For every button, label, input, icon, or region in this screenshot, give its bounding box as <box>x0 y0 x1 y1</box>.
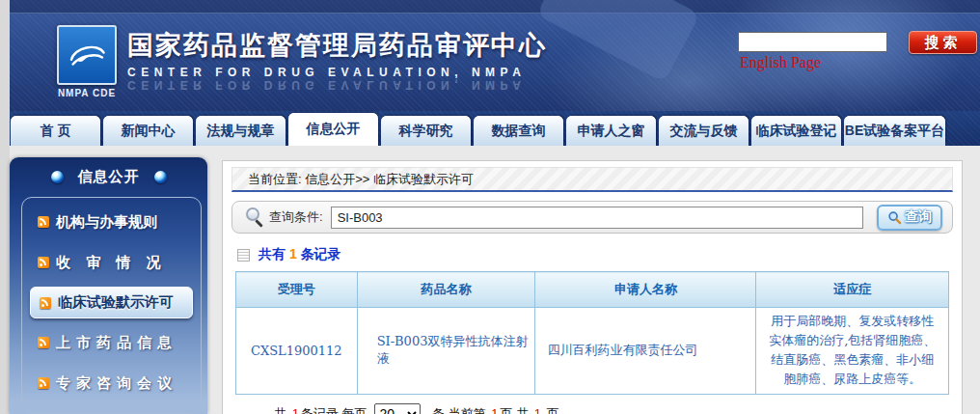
tab-applicant-window[interactable]: 申请人之窗 <box>566 116 656 146</box>
header-search-input[interactable] <box>738 32 887 52</box>
tab-news-center[interactable]: 新闻中心 <box>103 116 193 146</box>
cell-acceptance-no: CXSL1900112 <box>236 308 358 395</box>
rss-icon <box>38 337 49 348</box>
cell-indication: 用于局部晚期、复发或转移性实体瘤的治疗,包括肾细胞癌、结直肠癌、黑色素瘤、非小细… <box>756 308 949 395</box>
sidebar-item-acceptance-status[interactable]: 收 审 情 况 <box>22 242 201 283</box>
swoosh-icon <box>64 32 110 78</box>
query-input[interactable] <box>331 207 863 229</box>
sidebar-item-label: 收 审 情 况 <box>56 254 167 272</box>
site-subtitle: CENTER FOR DRUG EVALUATION, NMPA <box>127 66 547 79</box>
pager-text: 页 <box>543 405 559 414</box>
query-label: 查询条件: <box>269 208 323 226</box>
col-header-drug-name: 药品名称 <box>357 272 535 308</box>
sidebar-item-org-rules[interactable]: 机构与办事规则 <box>22 202 201 242</box>
english-page-link[interactable]: English Page <box>740 54 821 71</box>
page-size-select[interactable]: 20 <box>374 403 421 414</box>
records-summary: 共有 1 条记录 <box>237 246 953 263</box>
col-header-acceptance-no: 受理号 <box>236 272 358 308</box>
tab-data-query[interactable]: 数据查询 <box>474 116 563 146</box>
tab-home[interactable]: 首 页 <box>11 116 100 146</box>
breadcrumb: 当前位置: 信息公开>> 临床试验默示许可 <box>231 167 953 192</box>
sidebar-menu-panel: 机构与办事规则 收 审 情 况 临床试验默示许可 上市药品信息 专家咨询会议 <box>21 197 202 414</box>
title-block: 国家药品监督管理局药品审评中心 CENTER FOR DRUG EVALUATI… <box>127 28 547 92</box>
rss-icon <box>38 257 49 268</box>
sidebar-item-expert-advisory-meeting[interactable]: 专家咨询会议 <box>22 363 201 403</box>
tab-be-trial-platform[interactable]: BE试验备案平台 <box>844 116 945 146</box>
query-button-magnifier-icon <box>887 210 902 225</box>
sidebar-item-clinical-trial-implied-license[interactable]: 临床试验默示许可 <box>30 287 193 318</box>
sidebar-item-marketed-drug-info[interactable]: 上市药品信息 <box>22 322 201 363</box>
sidebar: 信息公开 机构与办事规则 收 审 情 况 临床试验默示许可 <box>10 157 207 414</box>
pager-text: 共 <box>274 405 290 414</box>
pager-current-page: 1 <box>489 406 500 414</box>
records-count: 1 <box>289 246 297 262</box>
main-region: 信息公开 机构与办事规则 收 审 情 况 临床试验默示许可 <box>10 146 980 414</box>
site-subtitle-reflection: CENTER FOR DRUG EVALUATION, NMPA <box>127 78 547 92</box>
tab-communication-feedback[interactable]: 交流与反馈 <box>659 116 749 146</box>
tab-information-disclosure[interactable]: 信息公开 <box>288 113 378 146</box>
cell-drug-name: SI-B003双特异性抗体注射液 <box>357 308 535 395</box>
sidebar-item-label: 临床试验默示许可 <box>58 293 174 312</box>
col-header-indication: 适应症 <box>756 272 949 308</box>
pagination: 共 1 条记录,每页 20 条 当前第 1 页 共 1 页 <box>274 403 953 414</box>
query-button[interactable]: 查询 <box>877 205 942 231</box>
sidebar-item-label: 专家咨询会议 <box>56 374 177 393</box>
orb-icon <box>51 171 64 183</box>
pager-text: 条记录,每页 <box>301 405 368 414</box>
sidebar-item-label: 上市药品信息 <box>56 334 177 352</box>
orb-icon <box>154 171 167 183</box>
logo-caption: NMPA CDE <box>53 88 121 98</box>
tab-regulations[interactable]: 法规与规章 <box>196 116 286 146</box>
rss-icon <box>40 297 51 309</box>
pager-total-count: 1 <box>290 406 301 414</box>
records-suffix: 条记录 <box>301 246 341 262</box>
col-header-applicant: 申请人名称 <box>535 272 756 308</box>
records-prefix: 共有 <box>259 246 286 262</box>
tab-clinical-trial-registration[interactable]: 临床试验登记 <box>751 116 841 146</box>
sidebar-item-label: 机构与办事规则 <box>56 213 157 232</box>
tab-scientific-research[interactable]: 科学研究 <box>381 116 471 146</box>
content-panel: 当前位置: 信息公开>> 临床试验默示许可 查询条件: 查询 共有 1 <box>222 160 963 414</box>
cde-logo: NMPA CDE <box>53 25 121 98</box>
table-header-row: 受理号 药品名称 申请人名称 适应症 <box>236 272 949 308</box>
query-button-label: 查询 <box>905 208 932 226</box>
site-header: NMPA CDE 国家药品监督管理局药品审评中心 CENTER FOR DRUG… <box>10 0 980 111</box>
page-wrapper: NMPA CDE 国家药品监督管理局药品审评中心 CENTER FOR DRUG… <box>10 0 980 414</box>
search-icon <box>246 207 259 221</box>
sidebar-title: 信息公开 <box>10 157 207 196</box>
rss-icon <box>38 377 49 389</box>
query-bar: 查询条件: 查询 <box>231 201 953 234</box>
pager-text: 页 共 <box>501 405 532 414</box>
cde-logo-icon <box>57 25 117 85</box>
sidebar-title-label: 信息公开 <box>78 168 140 186</box>
site-title: 国家药品监督管理局药品审评中心 <box>127 28 547 63</box>
records-text: 共有 1 条记录 <box>259 246 341 263</box>
main-nav: 首 页 新闻中心 法规与规章 信息公开 科学研究 数据查询 申请人之窗 交流与反… <box>10 111 980 146</box>
rss-icon <box>38 216 49 228</box>
list-icon <box>237 249 250 262</box>
pager-text: 条 当前第 <box>428 405 489 414</box>
header-search-button[interactable]: 搜索 <box>909 31 977 54</box>
cell-applicant: 四川百利药业有限责任公司 <box>535 308 756 395</box>
results-table: 受理号 药品名称 申请人名称 适应症 CXSL1900112 SI-B003双特… <box>235 271 949 395</box>
table-row: CXSL1900112 SI-B003双特异性抗体注射液 四川百利药业有限责任公… <box>236 308 949 395</box>
pager-total-pages: 1 <box>532 406 543 414</box>
